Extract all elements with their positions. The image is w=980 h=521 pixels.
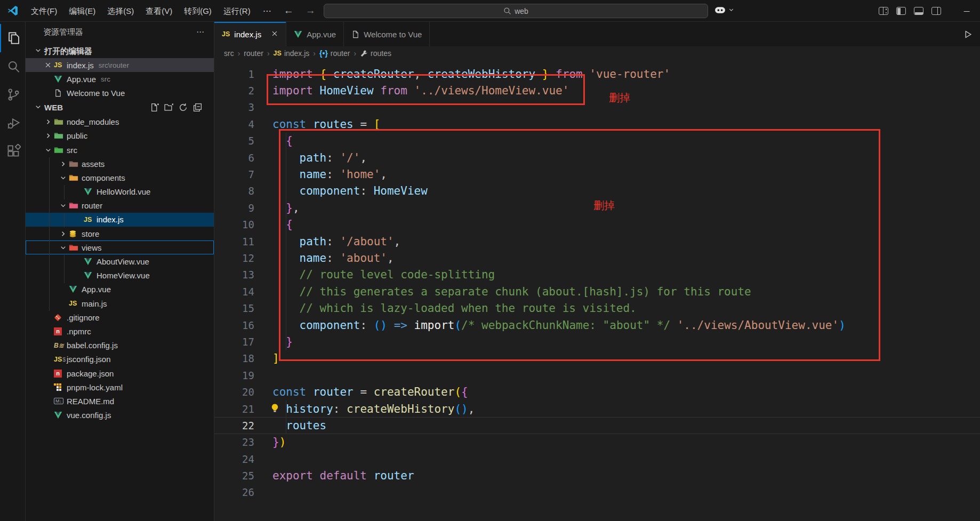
tree-item-public[interactable]: public	[26, 129, 214, 143]
refresh-button[interactable]	[179, 103, 188, 112]
activity-source-control[interactable]	[0, 81, 26, 109]
code-line-20[interactable]: 20const router = createRouter({	[214, 383, 980, 400]
breadcrumb-item-router[interactable]: router	[244, 49, 263, 58]
file-icon	[54, 89, 67, 97]
tree-item-router[interactable]: router	[26, 199, 214, 213]
run-file-button[interactable]	[963, 22, 973, 46]
npm-icon: n	[54, 327, 67, 335]
minimize-button[interactable]: ─	[954, 0, 979, 22]
tree-item-main-js[interactable]: JSmain.js	[26, 296, 214, 310]
vue-icon	[54, 75, 67, 83]
open-editors-header[interactable]: 打开的编辑器	[26, 42, 214, 58]
menu-bar: 文件(F)编辑(E)选择(S)查看(V)转到(G)运行(R)	[25, 0, 256, 22]
layout-controls	[879, 0, 941, 22]
workspace-header[interactable]: WEB	[26, 100, 214, 115]
open-editor-welcome-to-vue[interactable]: Welcome to Vue	[26, 86, 214, 100]
menu-file[interactable]: 文件(F)	[25, 0, 63, 22]
activity-run-debug[interactable]	[0, 109, 26, 137]
chevron-down-icon	[34, 46, 44, 56]
lightbulb-icon[interactable]	[270, 403, 280, 415]
menu-more-button[interactable]: ⋯	[256, 6, 278, 16]
annotation-label-1: 删掉	[609, 91, 630, 105]
tree-item-gitignore[interactable]: .gitignore	[26, 310, 214, 324]
line-number: 18	[214, 352, 254, 364]
breadcrumb-item-routes[interactable]: routes	[360, 49, 391, 58]
tree-item-index-js[interactable]: JSindex.js	[26, 213, 214, 227]
code-line-26[interactable]: 26	[214, 484, 980, 501]
tree-item-vue-config-js[interactable]: vue.config.js	[26, 408, 214, 422]
vscode-window: 文件(F)编辑(E)选择(S)查看(V)转到(G)运行(R) ⋯ ← → web	[0, 0, 980, 521]
nav-forward-button[interactable]: →	[300, 5, 322, 17]
tab-index-js[interactable]: JSindex.js	[214, 22, 286, 46]
breadcrumb-item-src[interactable]: src	[224, 49, 234, 58]
tree-item-babel-config-js[interactable]: B≋babel.config.js	[26, 339, 214, 352]
copilot-button[interactable]	[714, 5, 735, 14]
tree-item-app-vue[interactable]: App.vue	[26, 283, 214, 296]
code-line-25[interactable]: 25export default router	[214, 467, 980, 484]
menu-run[interactable]: 运行(R)	[218, 0, 256, 22]
breadcrumb-item-index-js[interactable]: JSindex.js	[274, 49, 310, 58]
tree-indent-guide	[64, 185, 65, 199]
readme-icon: M↓	[54, 398, 67, 404]
line-number: 9	[214, 202, 254, 214]
tree-item-jsconfig-json[interactable]: JS$jsconfig.json	[26, 352, 214, 366]
code-line-24[interactable]: 24	[214, 451, 980, 467]
menu-selection[interactable]: 选择(S)	[101, 0, 140, 22]
open-editor-index-js[interactable]: JSindex.jssrc\router	[26, 58, 214, 72]
line-number: 12	[214, 252, 254, 264]
vue-icon	[69, 285, 82, 293]
chevron-down-icon	[59, 174, 69, 182]
code-line-23[interactable]: 23})	[214, 434, 980, 451]
tab-app-vue[interactable]: App.vue	[286, 22, 344, 46]
tree-item-components[interactable]: components	[26, 171, 214, 185]
babel-icon: B≋	[54, 342, 67, 349]
code-line-21[interactable]: 21 history: createWebHistory(),	[214, 400, 980, 417]
menu-edit[interactable]: 编辑(E)	[63, 0, 101, 22]
open-editor-app-vue[interactable]: App.vuesrc	[26, 72, 214, 86]
line-number: 22	[214, 420, 254, 431]
activity-explorer[interactable]	[0, 24, 26, 52]
tree-item-readme-md[interactable]: M↓README.md	[26, 394, 214, 408]
file-icon	[351, 30, 359, 38]
tree-item-npmrc[interactable]: n.npmrc	[26, 324, 214, 338]
new-file-button[interactable]	[150, 103, 159, 112]
line-number: 23	[214, 436, 254, 448]
menu-view[interactable]: 查看(V)	[140, 0, 178, 22]
tree-item-node-modules[interactable]: node_modules	[26, 115, 214, 129]
close-icon[interactable]	[271, 30, 278, 39]
collapse-all-button[interactable]	[193, 103, 202, 112]
js-icon: JS	[54, 61, 67, 69]
chevron-right-icon	[44, 118, 54, 126]
new-folder-button[interactable]	[164, 103, 173, 112]
nav-back-button[interactable]: ←	[278, 5, 300, 17]
sidebar-more-button[interactable]: ⋯	[196, 27, 204, 37]
tree-item-homeview-vue[interactable]: HomeView.vue	[26, 269, 214, 283]
chevron-down-icon	[34, 103, 44, 113]
close-icon[interactable]	[44, 61, 54, 69]
tree-item-package-json[interactable]: npackage.json	[26, 366, 214, 380]
tree-item-pnpm-lock-yaml[interactable]: pnpm-lock.yaml	[26, 380, 214, 394]
code-text: const router = createRouter({	[272, 386, 468, 398]
customize-layout-icon[interactable]	[879, 7, 888, 15]
toggle-secondary-sidebar-icon[interactable]	[931, 7, 941, 15]
activity-search[interactable]	[0, 52, 26, 81]
sidebar-title: 资源管理器	[43, 27, 83, 37]
tree-item-store[interactable]: store	[26, 227, 214, 241]
activity-extensions[interactable]	[0, 137, 26, 165]
command-search-box[interactable]: web	[324, 4, 708, 18]
toggle-panel-icon[interactable]	[914, 7, 923, 15]
code-line-19[interactable]: 19	[214, 367, 980, 383]
tree-item-aboutview-vue[interactable]: AboutView.vue	[26, 254, 214, 268]
tree-item-src[interactable]: src	[26, 143, 214, 157]
tree-item-helloworld-vue[interactable]: HelloWorld.vue	[26, 185, 214, 199]
search-value: web	[515, 7, 528, 15]
breadcrumb-item-router[interactable]: {•}router	[319, 49, 350, 58]
explorer-sidebar: 资源管理器 ⋯ 打开的编辑器 JSindex.jssrc\routerApp.v…	[26, 22, 214, 521]
code-line-22[interactable]: 22 routes	[214, 417, 980, 434]
menu-goto[interactable]: 转到(G)	[178, 0, 218, 22]
tree-item-views[interactable]: views	[26, 241, 214, 254]
tree-item-assets[interactable]: assets	[26, 157, 214, 171]
vue-icon	[84, 188, 97, 196]
tab-welcome-to-vue[interactable]: Welcome to Vue	[344, 22, 430, 46]
toggle-primary-sidebar-icon[interactable]	[896, 7, 906, 15]
